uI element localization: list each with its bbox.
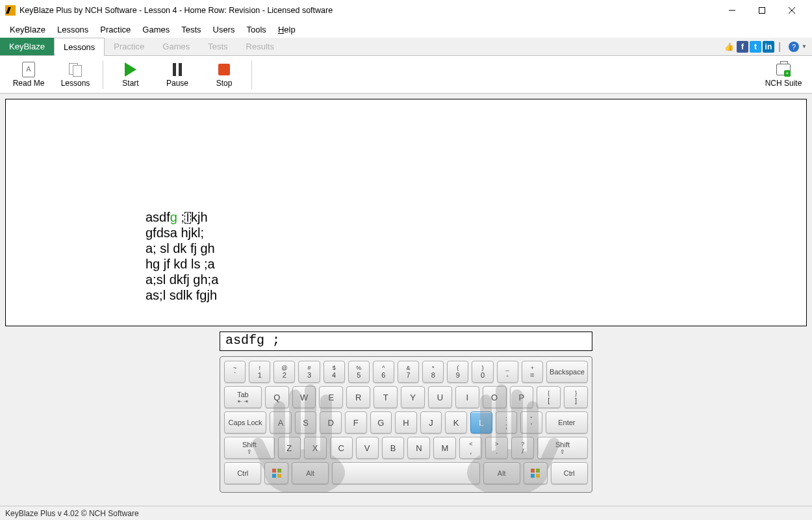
toolbar-divider-2 — [251, 60, 252, 89]
stop-icon — [218, 64, 230, 75]
menu-users[interactable]: Users — [207, 23, 241, 36]
key-n: N — [407, 437, 430, 459]
minimize-button[interactable] — [717, 0, 747, 21]
briefcase-icon — [776, 64, 791, 75]
menu-tests[interactable]: Tests — [175, 23, 207, 36]
key-h: H — [395, 411, 417, 434]
stop-button[interactable]: Stop — [201, 57, 247, 92]
key-7: &7 — [398, 361, 419, 383]
menu-tools[interactable]: Tools — [241, 23, 272, 36]
lesson-line-6: as;l sdlk fgjh — [146, 288, 217, 302]
lesson-line-5: a;sl dkfj gh;a — [146, 272, 218, 287]
nch-suite-button[interactable]: NCH Suite — [760, 57, 807, 92]
pause-icon — [173, 63, 182, 76]
close-button[interactable] — [777, 0, 807, 21]
svg-rect-15 — [305, 384, 316, 460]
menu-help[interactable]: Help — [272, 23, 301, 36]
tab-games[interactable]: Games — [153, 38, 199, 55]
svg-rect-14 — [289, 389, 301, 460]
key-t: T — [374, 386, 398, 408]
tab-strip: KeyBlaze Lessons Practice Games Tests Re… — [0, 38, 812, 56]
lesson-remaining-1: kjh — [191, 210, 208, 224]
suite-label: NCH Suite — [765, 79, 802, 88]
lessons-label: Lessons — [61, 79, 90, 88]
play-icon — [125, 62, 136, 77]
lesson-gap: ; — [177, 210, 184, 224]
tab-lessons[interactable]: Lessons — [54, 38, 105, 56]
svg-rect-21 — [496, 384, 507, 460]
svg-rect-17 — [250, 436, 276, 473]
status-bar: KeyBlaze Plus v 4.02 © NCH Software — [0, 506, 812, 520]
help-dropdown-caret[interactable]: ▼ — [802, 44, 807, 49]
social-icons: 👍 f t in | ? ▼ — [724, 38, 812, 55]
right-hand-overlay — [436, 375, 579, 492]
help-icon[interactable]: ? — [789, 42, 799, 52]
svg-rect-16 — [320, 395, 332, 460]
lessons-button[interactable]: Lessons — [52, 57, 99, 92]
svg-rect-13 — [273, 401, 285, 460]
maximize-button[interactable] — [747, 0, 777, 21]
tab-practice[interactable]: Practice — [105, 38, 153, 55]
pause-button[interactable]: Pause — [154, 57, 201, 92]
documents-icon — [68, 62, 83, 77]
start-label: Start — [122, 79, 138, 88]
lesson-text: asdfg ;lkjh gfdsa hjkl; a; sl dk fj gh h… — [146, 210, 218, 304]
typing-input[interactable]: asdfg ; — [220, 332, 592, 351]
lesson-line-2: gfdsa hjkl; — [146, 226, 204, 240]
menu-bar: KeyBlaze Lessons Practice Games Tests Us… — [0, 21, 812, 38]
readme-label: Read Me — [13, 79, 45, 88]
readme-button[interactable]: Read Me — [5, 57, 52, 92]
svg-rect-20 — [511, 389, 523, 460]
svg-rect-23 — [536, 436, 562, 473]
typed-text: asdf — [146, 210, 170, 224]
lesson-line-3: a; sl dk fj gh — [146, 241, 215, 255]
stop-label: Stop — [216, 79, 233, 88]
status-text: KeyBlaze Plus v 4.02 © NCH Software — [5, 509, 139, 518]
window-title: KeyBlaze Plus by NCH Software - Lesson 4… — [19, 6, 333, 15]
typed-correct: g — [170, 210, 177, 224]
tab-tests[interactable]: Tests — [199, 38, 236, 55]
left-hand-overlay — [233, 375, 376, 492]
thumbs-up-icon[interactable]: 👍 — [724, 41, 735, 53]
content-area: asdfg ;lkjh gfdsa hjkl; a; sl dk fj gh h… — [0, 94, 812, 506]
svg-rect-1 — [759, 8, 765, 14]
tab-primary-keyblaze[interactable]: KeyBlaze — [0, 38, 54, 55]
title-bar: KeyBlaze Plus by NCH Software - Lesson 4… — [0, 0, 812, 21]
menu-lessons[interactable]: Lessons — [51, 23, 94, 36]
cursor-position: l — [184, 212, 191, 224]
menu-games[interactable]: Games — [136, 23, 175, 36]
pause-label: Pause — [166, 79, 188, 88]
twitter-icon[interactable]: t — [750, 41, 761, 53]
toolbar: Read Me Lessons Start Pause Stop NCH Sui… — [0, 56, 812, 94]
document-icon — [22, 62, 35, 77]
facebook-icon[interactable]: f — [737, 41, 748, 53]
lesson-line-4: hg jf kd ls ;a — [146, 257, 215, 271]
svg-rect-19 — [527, 401, 539, 460]
menu-practice[interactable]: Practice — [94, 23, 136, 36]
lesson-display-box: asdfg ;lkjh gfdsa hjkl; a; sl dk fj gh h… — [5, 99, 807, 326]
key-b: B — [382, 437, 405, 459]
toolbar-divider — [103, 60, 103, 89]
start-button[interactable]: Start — [107, 57, 154, 92]
svg-rect-22 — [480, 395, 492, 460]
key-y: Y — [401, 386, 425, 408]
app-icon — [5, 5, 16, 16]
tab-results[interactable]: Results — [237, 38, 283, 55]
virtual-keyboard: ~`!1@2#3$4%5^6&7*8(9)0_-+=Backspace Tab⇤… — [220, 356, 592, 493]
linkedin-icon[interactable]: in — [763, 41, 774, 53]
menu-keyblaze[interactable]: KeyBlaze — [4, 23, 51, 36]
